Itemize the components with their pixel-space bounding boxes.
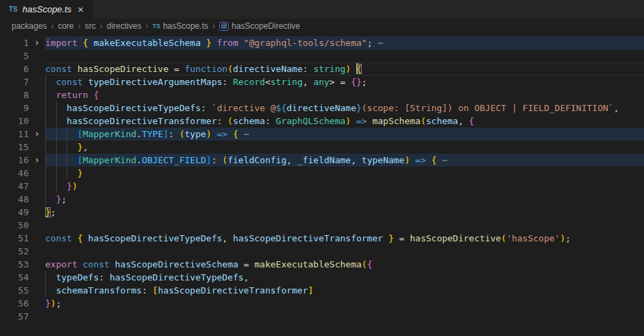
fold-chevron-icon[interactable]: › <box>29 128 45 141</box>
fold-spacer <box>29 75 45 88</box>
code-editor[interactable]: 1›import { makeExecutableSchema } from "… <box>0 34 644 323</box>
code-token: const <box>45 77 88 87</box>
code-token: } <box>45 207 51 217</box>
code-line-10[interactable]: 10 hasScopeDirectiveTransformer: (schema… <box>0 115 644 128</box>
code-line-48[interactable]: 48 }; <box>0 193 644 206</box>
code-content[interactable]: }, <box>45 141 644 154</box>
breadcrumb-item-core[interactable]: core <box>56 21 75 31</box>
code-token: < <box>265 77 271 87</box>
close-icon[interactable]: × <box>76 4 85 14</box>
fold-chevron-icon[interactable]: › <box>29 154 45 167</box>
code-content[interactable]: }; <box>45 206 644 219</box>
code-token: import <box>45 38 83 48</box>
breadcrumb-item-hasscope-ts[interactable]: TShasScope.ts <box>151 21 210 31</box>
indent-guide <box>56 167 57 180</box>
code-token: string <box>313 64 345 74</box>
code-content[interactable]: return { <box>45 88 644 101</box>
code-content[interactable] <box>45 219 644 232</box>
code-line-1[interactable]: 1›import { makeExecutableSchema } from "… <box>0 36 644 49</box>
line-number: 6 <box>0 62 29 75</box>
code-line-52[interactable]: 52 <box>0 245 644 258</box>
code-line-5[interactable]: 5 <box>0 49 644 62</box>
code-content[interactable]: hasScopeDirectiveTypeDefs: `directive @$… <box>45 101 644 115</box>
code-content[interactable]: schemaTransforms: [hasScopeDirectiveTran… <box>45 284 644 297</box>
tab-hasscope[interactable]: TS hasScope.ts × <box>0 0 92 19</box>
code-token: ( <box>421 116 426 126</box>
breadcrumb-item-hasscopedirective[interactable]: @hasScopeDirective <box>218 21 301 31</box>
code-content[interactable] <box>45 49 644 62</box>
code-token: TYPE <box>142 129 163 139</box>
fold-spacer <box>29 167 45 180</box>
fold-spacer <box>29 219 45 232</box>
line-number: 8 <box>0 88 29 101</box>
code-token: GraphQLSchema <box>276 116 346 126</box>
code-content[interactable]: [MapperKind.OBJECT_FIELD]: (fieldConfig,… <box>45 154 644 167</box>
code-token: { <box>77 233 83 243</box>
code-line-51[interactable]: 51const { hasScopeDirectiveTypeDefs, has… <box>0 232 644 245</box>
code-content[interactable] <box>45 310 644 323</box>
code-line-15[interactable]: 15 }, <box>0 141 644 154</box>
code-line-7[interactable]: 7 const typeDirectiveArgumentMaps: Recor… <box>0 75 644 88</box>
code-token: hasScopeDirective <box>410 233 501 243</box>
line-number: 1 <box>0 36 29 49</box>
code-token: ; <box>565 233 571 243</box>
code-content[interactable]: } <box>45 167 644 180</box>
code-content[interactable]: import { makeExecutableSchema } from "@g… <box>45 36 644 49</box>
code-content[interactable]: const typeDirectiveArgumentMaps: Record<… <box>45 75 644 88</box>
code-line-16[interactable]: 16› [MapperKind.OBJECT_FIELD]: (fieldCon… <box>0 154 644 167</box>
code-token: hasScopeDirective <box>77 64 169 74</box>
code-token: ( <box>179 129 185 139</box>
breadcrumb-label: core <box>58 21 73 31</box>
code-token: , <box>458 116 469 126</box>
fold-spacer <box>29 258 45 271</box>
code-token: "@graphql-tools/schema" <box>244 38 367 48</box>
code-line-50[interactable]: 50 <box>0 219 644 232</box>
code-line-47[interactable]: 47 }) <box>0 180 644 193</box>
code-content[interactable]: hasScopeDirectiveTransformer: (schema: G… <box>45 115 644 128</box>
code-token: : <box>212 155 223 165</box>
code-line-57[interactable]: 57 <box>0 310 644 323</box>
code-line-55[interactable]: 55 schemaTransforms: [hasScopeDirectiveT… <box>0 284 644 297</box>
code-token: ; <box>362 77 367 87</box>
code-token: } <box>45 298 51 309</box>
code-content[interactable]: }) <box>45 180 644 193</box>
code-content[interactable] <box>45 245 644 258</box>
code-token: directiveName <box>233 64 303 74</box>
code-line-46[interactable]: 46 } <box>0 167 644 180</box>
code-token: : <box>99 272 110 283</box>
code-line-11[interactable]: 11› [MapperKind.TYPE]: (type) => { ⋯ <box>0 128 644 141</box>
code-token: ) <box>345 116 351 126</box>
fold-chevron-icon[interactable]: › <box>29 36 45 49</box>
code-content[interactable]: typeDefs: hasScopeDirectiveTypeDefs, <box>45 271 644 284</box>
breadcrumb-item-directives[interactable]: directives <box>106 21 143 31</box>
gutter: 46 <box>0 167 45 180</box>
code-line-53[interactable]: 53export const hasScopeDirectiveSchema =… <box>0 258 644 271</box>
code-line-54[interactable]: 54 typeDefs: hasScopeDirectiveTypeDefs, <box>0 271 644 284</box>
code-token: any <box>313 77 329 87</box>
code-content[interactable]: [MapperKind.TYPE]: (type) => { ⋯ <box>45 128 644 141</box>
code-content[interactable]: }; <box>45 193 644 206</box>
breadcrumb-item-src[interactable]: src <box>84 21 97 31</box>
code-line-9[interactable]: 9 hasScopeDirectiveTypeDefs: `directive … <box>0 101 644 115</box>
code-content[interactable]: const { hasScopeDirectiveTypeDefs, hasSc… <box>45 232 644 245</box>
code-token: MapperKind <box>83 155 136 165</box>
code-content[interactable]: export const hasScopeDirectiveSchema = m… <box>45 258 644 271</box>
code-token: typeDefs <box>45 272 99 283</box>
code-line-49[interactable]: 49}; <box>0 206 644 219</box>
code-content[interactable]: }); <box>45 297 644 310</box>
indent-guide <box>56 115 57 128</box>
code-line-56[interactable]: 56}); <box>0 297 644 310</box>
code-content[interactable]: const hasScopeDirective = function(direc… <box>45 62 644 75</box>
fold-spacer <box>29 49 45 62</box>
code-line-8[interactable]: 8 return { <box>0 88 644 101</box>
code-token: ; <box>56 298 62 309</box>
code-token: 'hasScope' <box>506 233 560 243</box>
code-token: [ <box>45 155 83 165</box>
indent-guide <box>45 193 46 206</box>
line-number: 10 <box>0 115 29 128</box>
breadcrumb-item-packages[interactable]: packages <box>10 21 48 31</box>
code-token: => <box>410 155 431 165</box>
code-line-6[interactable]: 6const hasScopeDirective = function(dire… <box>0 62 644 75</box>
code-token: makeExecutableSchema <box>88 38 206 48</box>
code-token: . <box>136 129 142 139</box>
